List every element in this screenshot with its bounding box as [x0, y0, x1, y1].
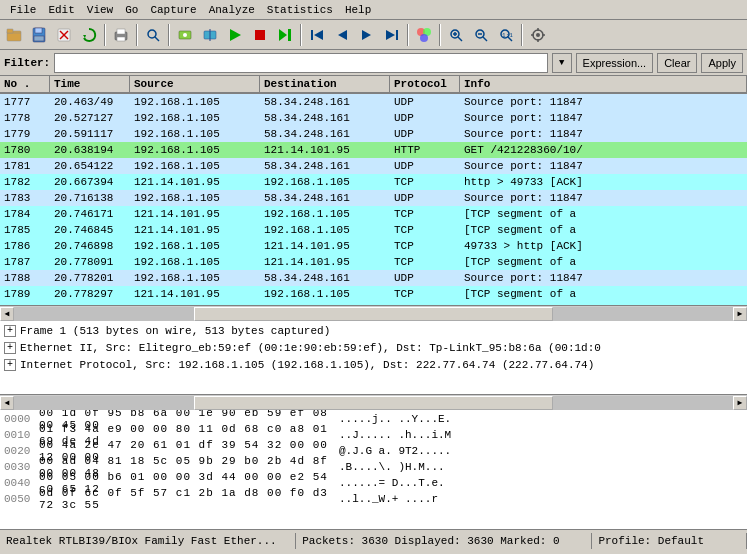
detail-hscroll-right-btn[interactable]: ▶	[733, 396, 747, 410]
stop-capture-button[interactable]	[248, 23, 272, 47]
detail-hscroll-thumb[interactable]	[194, 396, 554, 410]
expand-icon[interactable]: +	[4, 342, 16, 354]
col-header-no[interactable]: No .	[0, 76, 50, 92]
scroll-next-button[interactable]	[355, 23, 379, 47]
cell-dest: 121.14.101.95	[260, 240, 390, 252]
cell-no: 1782	[0, 176, 50, 188]
scroll-first-button[interactable]	[305, 23, 329, 47]
svg-rect-22	[311, 30, 313, 40]
expression-button[interactable]: Expression...	[576, 53, 654, 73]
menu-view[interactable]: View	[81, 3, 119, 17]
cell-no: 1788	[0, 272, 50, 284]
cell-time: 20.746171	[50, 208, 130, 220]
cell-source: 192.168.1.105	[130, 96, 260, 108]
zoom-in-button[interactable]	[444, 23, 468, 47]
hscroll-track[interactable]	[14, 307, 733, 321]
col-header-time[interactable]: Time	[50, 76, 130, 92]
save-button[interactable]	[27, 23, 51, 47]
zoom-out-button[interactable]	[469, 23, 493, 47]
cell-no: 1777	[0, 96, 50, 108]
detail-row[interactable]: +Ethernet II, Src: Elitegro_eb:59:ef (00…	[4, 339, 743, 356]
hex-offset: 0020	[4, 445, 39, 457]
menu-edit[interactable]: Edit	[42, 3, 80, 17]
prefs-button[interactable]	[526, 23, 550, 47]
close-button[interactable]	[52, 23, 76, 47]
menu-go[interactable]: Go	[119, 3, 144, 17]
expand-icon[interactable]: +	[4, 359, 16, 371]
table-row[interactable]: 1788 20.778201 192.168.1.105 58.34.248.1…	[0, 270, 747, 286]
cell-time: 20.778297	[50, 288, 130, 300]
open-button[interactable]	[2, 23, 26, 47]
scroll-prev-button[interactable]	[330, 23, 354, 47]
table-row[interactable]: 1783 20.716138 192.168.1.105 58.34.248.1…	[0, 190, 747, 206]
table-row[interactable]: 1786 20.746898 192.168.1.105 121.14.101.…	[0, 238, 747, 254]
menu-file[interactable]: File	[4, 3, 42, 17]
cell-info: http > 49733 [ACK]	[460, 176, 747, 188]
table-row[interactable]: 1780 20.638194 192.168.1.105 121.14.101.…	[0, 142, 747, 158]
cell-proto: TCP	[390, 304, 460, 305]
table-row[interactable]: 1778 20.527127 192.168.1.105 58.34.248.1…	[0, 110, 747, 126]
table-row[interactable]: 1784 20.746171 121.14.101.95 192.168.1.1…	[0, 206, 747, 222]
reload-button[interactable]	[77, 23, 101, 47]
hex-ascii: .....j.. ..Y...E.	[339, 413, 743, 425]
hscroll-left-btn[interactable]: ◀	[0, 307, 14, 321]
menu-analyze[interactable]: Analyze	[203, 3, 261, 17]
detail-row[interactable]: +Frame 1 (513 bytes on wire, 513 bytes c…	[4, 322, 743, 339]
svg-rect-4	[34, 36, 44, 41]
table-row[interactable]: 1789 20.778297 121.14.101.95 192.168.1.1…	[0, 286, 747, 302]
hex-ascii: ......= D...T.e.	[339, 477, 743, 489]
cell-no: 1790	[0, 304, 50, 305]
cell-no: 1781	[0, 160, 50, 172]
packet-list-hscroll[interactable]: ◀ ▶	[0, 306, 747, 320]
print-button[interactable]	[109, 23, 133, 47]
table-row[interactable]: 1781 20.654122 192.168.1.105 58.34.248.1…	[0, 158, 747, 174]
zoom-normal-button[interactable]: 1:1	[494, 23, 518, 47]
apply-button[interactable]: Apply	[701, 53, 743, 73]
table-row[interactable]: 1779 20.591117 192.168.1.105 58.34.248.1…	[0, 126, 747, 142]
table-row[interactable]: 1790 20.778339 192.168.1.105 121.14.101.…	[0, 302, 747, 305]
table-row[interactable]: 1782 20.667394 121.14.101.95 192.168.1.1…	[0, 174, 747, 190]
hscroll-thumb[interactable]	[194, 307, 554, 321]
table-row[interactable]: 1787 20.778091 192.168.1.105 121.14.101.…	[0, 254, 747, 270]
filter-dropdown[interactable]: ▼	[552, 53, 572, 73]
menubar: File Edit View Go Capture Analyze Statis…	[0, 0, 747, 20]
detail-hscroll-left-btn[interactable]: ◀	[0, 396, 14, 410]
menu-statistics[interactable]: Statistics	[261, 3, 339, 17]
menu-help[interactable]: Help	[339, 3, 377, 17]
table-row[interactable]: 1785 20.746845 121.14.101.95 192.168.1.1…	[0, 222, 747, 238]
cell-dest: 192.168.1.105	[260, 208, 390, 220]
svg-point-15	[183, 33, 187, 37]
toolbar-sep5	[407, 24, 409, 46]
detail-hscroll[interactable]: ◀ ▶	[0, 395, 747, 409]
colorize-button[interactable]	[412, 23, 436, 47]
scroll-last-button[interactable]	[380, 23, 404, 47]
cell-time: 20.746845	[50, 224, 130, 236]
col-header-source[interactable]: Source	[130, 76, 260, 92]
restart-capture-button[interactable]	[273, 23, 297, 47]
cell-source: 121.14.101.95	[130, 176, 260, 188]
col-header-info[interactable]: Info	[460, 76, 747, 92]
cell-proto: UDP	[390, 96, 460, 108]
find-button[interactable]	[141, 23, 165, 47]
start-capture-button[interactable]	[223, 23, 247, 47]
col-header-protocol[interactable]: Protocol	[390, 76, 460, 92]
svg-text:1:1: 1:1	[502, 32, 513, 39]
cell-source: 121.14.101.95	[130, 208, 260, 220]
cell-time: 20.667394	[50, 176, 130, 188]
cell-info: Source port: 11847	[460, 192, 747, 204]
hscroll-right-btn[interactable]: ▶	[733, 307, 747, 321]
cell-proto: UDP	[390, 192, 460, 204]
svg-rect-3	[35, 28, 42, 33]
detail-row[interactable]: +Internet Protocol, Src: 192.168.1.105 (…	[4, 356, 743, 373]
menu-capture[interactable]: Capture	[144, 3, 202, 17]
svg-marker-18	[230, 29, 241, 41]
col-header-destination[interactable]: Destination	[260, 76, 390, 92]
capture-interfaces-button[interactable]	[173, 23, 197, 47]
detail-hscroll-track[interactable]	[14, 396, 733, 410]
clear-button[interactable]: Clear	[657, 53, 697, 73]
expand-icon[interactable]: +	[4, 325, 16, 337]
capture-options-button[interactable]	[198, 23, 222, 47]
cell-info: Source port: 11847	[460, 160, 747, 172]
filter-input[interactable]	[54, 53, 547, 73]
table-row[interactable]: 1777 20.463/49 192.168.1.105 58.34.248.1…	[0, 94, 747, 110]
